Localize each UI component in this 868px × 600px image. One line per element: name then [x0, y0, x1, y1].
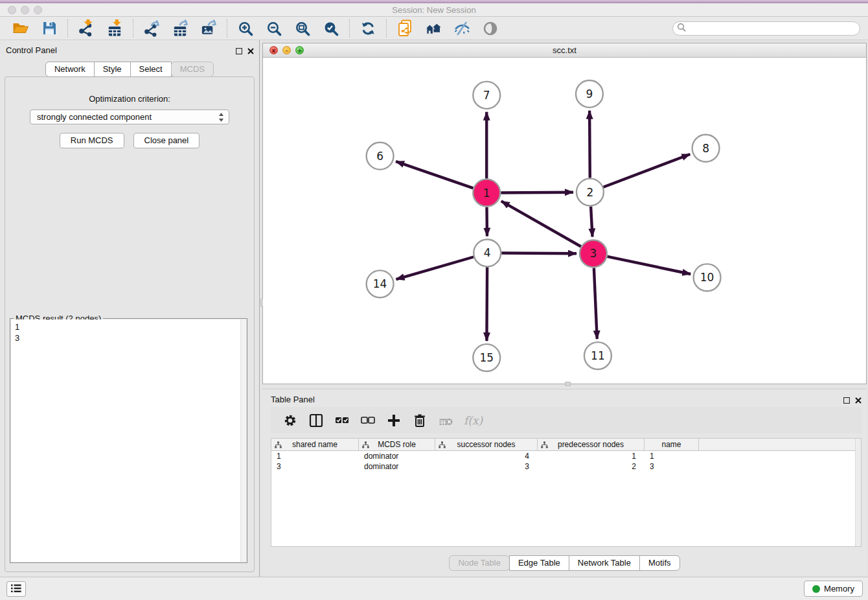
tab-mcds[interactable]: MCDS	[171, 62, 214, 77]
node-table: shared nameMCDS rolesuccessor nodesprede…	[271, 438, 862, 547]
table-cell[interactable]: 1	[538, 451, 645, 461]
graph-edge-4-14[interactable]	[396, 257, 474, 279]
column-header-label: predecessor nodes	[558, 440, 624, 449]
table-cell[interactable]: 1	[271, 451, 359, 461]
save-session-icon[interactable]	[41, 19, 58, 38]
window-title: Session: New Session	[0, 5, 868, 15]
close-panel-button[interactable]: Close panel	[133, 133, 200, 148]
graph-node-15[interactable]: 15	[473, 344, 500, 371]
table-cell[interactable]: 3	[271, 461, 359, 472]
export-table-icon[interactable]	[172, 19, 188, 38]
deselect-all-icon[interactable]	[360, 413, 376, 428]
zoom-in-icon[interactable]	[237, 19, 254, 38]
task-history-button[interactable]	[6, 581, 26, 597]
settings-gear-icon[interactable]	[282, 413, 298, 428]
graph-node-2[interactable]: 2	[577, 179, 604, 206]
graph-edge-4-15[interactable]	[486, 267, 487, 341]
column-header-MCDS-role[interactable]: MCDS role	[359, 439, 435, 450]
graph-node-6[interactable]: 6	[367, 143, 394, 170]
graph-node-3[interactable]: 3	[580, 240, 607, 267]
graph-node-14[interactable]: 14	[367, 270, 394, 297]
tab-node-table[interactable]: Node Table	[449, 555, 510, 571]
graph-edge-3-11[interactable]	[594, 268, 597, 339]
graph-node-4[interactable]: 4	[474, 239, 501, 266]
run-mcds-button[interactable]: Run MCDS	[60, 133, 124, 148]
svg-text:3: 3	[590, 247, 597, 260]
graph-edge-2-9[interactable]	[589, 111, 590, 178]
tab-style[interactable]: Style	[94, 62, 131, 77]
graph-node-10[interactable]: 10	[694, 264, 721, 291]
graph-edge-3-1[interactable]	[501, 201, 581, 246]
network-canvas[interactable]: 7968124314101511	[263, 58, 866, 384]
clear-table-icon	[438, 413, 453, 428]
toolbar-separator	[386, 19, 387, 38]
float-table-panel-icon[interactable]	[843, 395, 850, 406]
column-header-successor-nodes[interactable]: successor nodes	[435, 439, 538, 450]
network-window-titlebar[interactable]: x – + scc.txt	[263, 43, 866, 58]
zoom-selected-icon[interactable]	[323, 19, 339, 38]
zoom-fit-icon[interactable]	[294, 19, 311, 38]
close-panel-icon[interactable]	[247, 45, 254, 57]
table-row[interactable]: 1dominator411	[271, 451, 861, 461]
graph-node-11[interactable]: 11	[584, 342, 611, 369]
search-input[interactable]	[686, 23, 860, 34]
zoom-out-icon[interactable]	[266, 19, 282, 38]
table-cell[interactable]: 3	[435, 461, 538, 472]
graph-edge-4-3[interactable]	[501, 253, 577, 254]
table-cell[interactable]: 1	[645, 451, 699, 461]
svg-text:15: 15	[479, 351, 494, 364]
export-network-icon[interactable]	[143, 19, 160, 38]
tab-network-table[interactable]: Network Table	[569, 555, 640, 571]
graph-edge-2-3[interactable]	[591, 207, 592, 237]
table-cell[interactable]: dominator	[359, 451, 435, 461]
hide-panel-icon[interactable]	[453, 19, 470, 38]
graph-node-8[interactable]: 8	[692, 135, 720, 162]
graph-edge-1-6[interactable]	[396, 161, 473, 188]
add-row-icon[interactable]	[386, 413, 402, 428]
svg-text:8: 8	[702, 142, 709, 155]
import-network-icon[interactable]	[78, 19, 95, 38]
toolbar-separator	[67, 19, 68, 38]
graph-node-1[interactable]: 1	[473, 179, 500, 207]
open-session-icon[interactable]	[12, 19, 29, 38]
graph-edge-1-2[interactable]	[501, 192, 573, 193]
float-panel-icon[interactable]	[236, 45, 242, 57]
export-image-icon[interactable]	[200, 19, 217, 38]
memory-button[interactable]: Memory	[804, 581, 863, 597]
column-layout-icon[interactable]	[308, 413, 324, 428]
home-icon[interactable]	[425, 19, 442, 38]
network-file-icon[interactable]	[396, 19, 413, 38]
table-cell[interactable]: 2	[538, 461, 645, 472]
graph-edge-3-10[interactable]	[607, 257, 691, 274]
table-scrollbar[interactable]	[855, 439, 861, 546]
tab-select[interactable]: Select	[130, 62, 172, 77]
column-header-label: name	[661, 440, 681, 449]
refresh-layout-icon[interactable]	[360, 19, 376, 38]
show-panel-icon[interactable]	[482, 19, 499, 38]
tab-network[interactable]: Network	[45, 62, 95, 77]
table-cell[interactable]: dominator	[359, 461, 435, 472]
tab-motifs[interactable]: Motifs	[639, 555, 680, 571]
table-row[interactable]: 3dominator323	[271, 461, 861, 472]
optimization-criterion-select[interactable]: strongly connected component	[30, 110, 229, 124]
graph-edge-2-8[interactable]	[603, 154, 690, 187]
result-scrollbar[interactable]	[240, 319, 246, 562]
search-box[interactable]	[672, 21, 860, 36]
column-header-name[interactable]: name	[645, 439, 699, 450]
column-header-shared-name[interactable]: shared name	[271, 439, 359, 450]
svg-text:9: 9	[586, 87, 593, 100]
graph-node-7[interactable]: 7	[473, 82, 500, 109]
import-table-icon[interactable]	[106, 19, 123, 38]
select-all-icon[interactable]	[334, 413, 350, 428]
column-header-predecessor-nodes[interactable]: predecessor nodes	[538, 439, 645, 450]
splitter-handle-horizontal[interactable]	[565, 382, 571, 386]
tab-edge-table[interactable]: Edge Table	[509, 555, 569, 571]
network-view-window: x – + scc.txt 7968124314101511	[262, 43, 867, 384]
delete-row-icon[interactable]	[412, 413, 428, 428]
table-cell[interactable]: 3	[645, 461, 699, 472]
close-table-panel-icon[interactable]	[855, 395, 862, 406]
toolbar-separator	[349, 19, 350, 38]
control-panel: Control Panel NetworkStyleSelectMCDS Opt…	[0, 40, 260, 577]
table-cell[interactable]: 4	[435, 451, 538, 461]
graph-node-9[interactable]: 9	[576, 80, 603, 108]
